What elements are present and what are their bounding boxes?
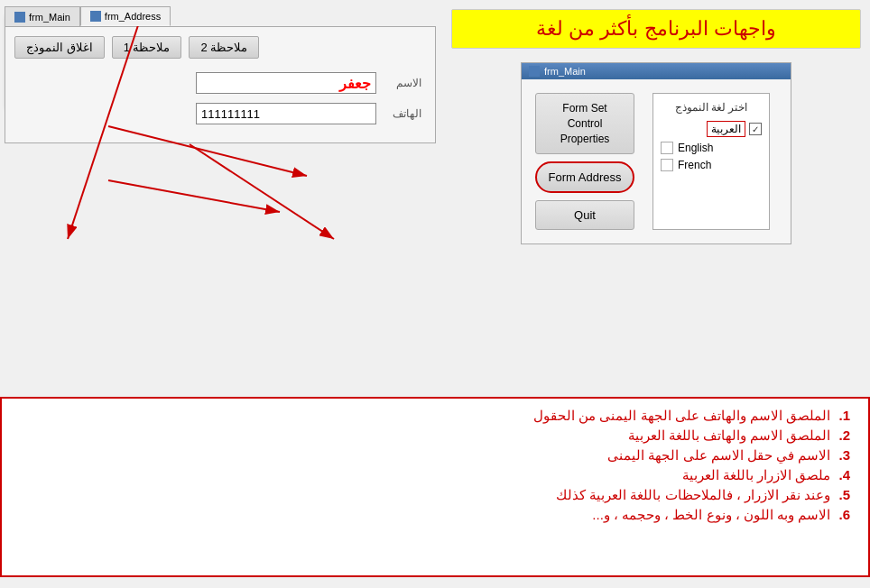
phone-label: الهاتف <box>376 107 421 120</box>
form-set-btn[interactable]: Form Set Control Properties <box>535 93 634 154</box>
french-checkbox[interactable] <box>661 159 673 171</box>
note-6: 6. الاسم وبه اللون ، ونوع الخط ، وحجمه ،… <box>20 507 850 523</box>
note-1: 1. الملصق الاسم والهاتف على الجهة اليمنى… <box>20 408 850 424</box>
note-4: 4. ملصق الازرار باللغة العربية <box>20 467 850 483</box>
arabic-lang-option[interactable]: ✓ العربية <box>661 121 762 137</box>
left-panel: frm_Main frm_Address اغلاق النموذج ملاحظ… <box>0 0 442 397</box>
arabic-label: العربية <box>707 121 745 137</box>
note-5: 5. وعند نقر الازرار ، فالملاحظات باللغة … <box>20 487 850 503</box>
tab-frm-main[interactable]: frm_Main <box>5 6 80 26</box>
note2-btn[interactable]: ملاحظة 2 <box>189 36 259 59</box>
frm-address-window: frm_Main frm_Address اغلاق النموذج ملاحظ… <box>5 5 436 143</box>
english-label: English <box>678 142 713 154</box>
frm-main-titlebar: frm_Main <box>522 63 791 79</box>
window-icon <box>529 66 540 77</box>
notes-list: 1. الملصق الاسم والهاتف على الجهة اليمنى… <box>20 408 850 523</box>
phone-row: الهاتف <box>14 103 426 124</box>
close-form-btn[interactable]: اغلاق النموذج <box>14 36 105 59</box>
note-2: 2. الملصق الاسم والهاتف باللغة العربية <box>20 427 850 444</box>
name-input[interactable] <box>196 72 376 94</box>
right-panel: واجهات البرنامج بأكثر من لغة frm_Main Fo… <box>442 0 870 397</box>
language-selector: اختر لغة النموذج ✓ العربية English <box>652 93 770 230</box>
frm-main-body: Form Set Control Properties Form Address… <box>522 79 791 243</box>
form-buttons-column: Form Set Control Properties Form Address… <box>535 93 634 230</box>
english-lang-option[interactable]: English <box>661 142 762 154</box>
form-fields: الاسم الهاتف <box>14 72 426 124</box>
note1-btn[interactable]: ملاحظة 1 <box>112 36 182 59</box>
english-checkbox[interactable] <box>661 142 673 154</box>
form-body: اغلاق النموذج ملاحظة 1 ملاحظة 2 الاسم ال… <box>5 26 436 143</box>
name-row: الاسم <box>14 72 426 94</box>
title-banner: واجهات البرنامج بأكثر من لغة <box>451 9 861 49</box>
frm-main-right-window: frm_Main Form Set Control Properties For… <box>521 62 791 244</box>
note-3: 3. الاسم في حقل الاسم على الجهة اليمنى <box>20 447 850 464</box>
lang-selector-title: اختر لغة النموذج <box>661 101 762 114</box>
french-lang-option[interactable]: French <box>661 159 762 171</box>
phone-input[interactable] <box>196 103 376 124</box>
name-label: الاسم <box>376 77 421 89</box>
bottom-notes-section: 1. الملصق الاسم والهاتف على الجهة اليمنى… <box>0 397 870 577</box>
table-icon-2 <box>90 11 101 22</box>
table-icon <box>14 12 25 23</box>
form-address-btn[interactable]: Form Address <box>535 161 634 193</box>
svg-line-2 <box>190 144 334 239</box>
arabic-checkbox[interactable]: ✓ <box>749 123 762 135</box>
tab-frm-address[interactable]: frm_Address <box>80 6 171 26</box>
button-bar: اغلاق النموذج ملاحظة 1 ملاحظة 2 <box>14 36 426 59</box>
french-label: French <box>678 159 711 171</box>
quit-btn[interactable]: Quit <box>535 200 634 230</box>
tab-bar: frm_Main frm_Address <box>5 5 436 26</box>
